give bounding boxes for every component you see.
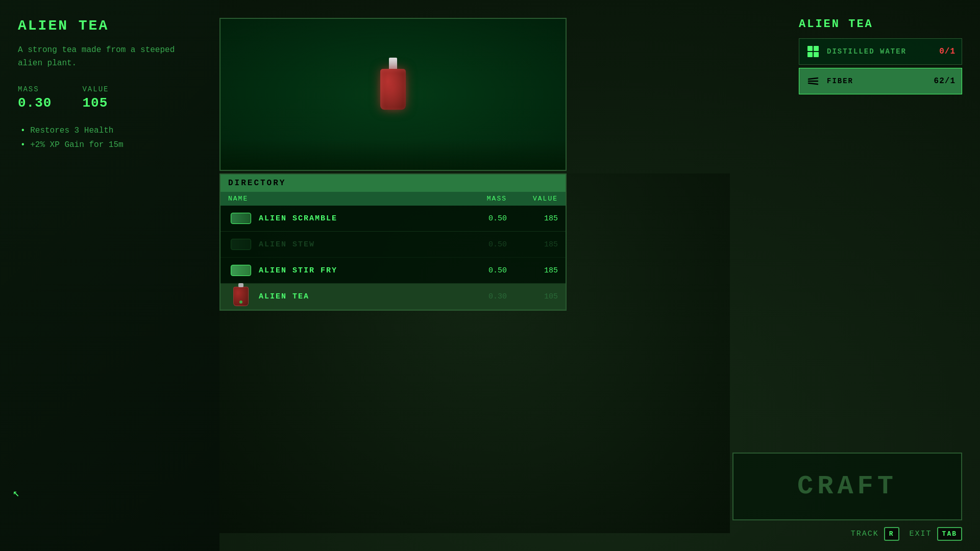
food-icon-tea: [233, 287, 249, 306]
mass-label: MASS: [18, 85, 52, 93]
fiber-name: FIBER: [827, 77, 934, 85]
craft-button-area: CRAFT: [732, 453, 962, 520]
bottle-body: [380, 69, 406, 110]
svg-line-2: [808, 83, 818, 84]
alien-stew-value: 185: [507, 240, 558, 249]
value-value: 105: [82, 95, 109, 111]
fiber-icon: [805, 73, 821, 89]
distilled-water-count: 0/1: [939, 47, 955, 56]
req-distilled-water: DISTILLED WATER 0/1: [799, 38, 962, 65]
food-icon-stirfry: [231, 265, 251, 276]
food-icon-stew: [231, 239, 251, 250]
alien-stirfry-name: ALIEN STIR FRY: [259, 266, 456, 275]
track-label: TRACK: [851, 530, 879, 538]
stats-row: MASS 0.30 VALUE 105: [18, 85, 222, 111]
fiber-svg-icon: [807, 76, 819, 87]
item-title: ALIEN TEA: [18, 18, 222, 34]
exit-key-badge[interactable]: TAB: [937, 527, 962, 541]
col-name-header: NAME: [228, 195, 456, 203]
exit-action: EXIT TAB: [910, 527, 962, 541]
alien-scramble-mass: 0.50: [456, 214, 507, 223]
alien-stirfry-mass: 0.50: [456, 266, 507, 275]
fiber-count: 62/1: [934, 77, 955, 86]
alien-stew-mass: 0.50: [456, 240, 507, 249]
directory-row-alien-scramble[interactable]: ALIEN SCRAMBLE 0.50 185: [220, 206, 566, 232]
mass-stat: MASS 0.30: [18, 85, 52, 111]
scene-ground: [220, 139, 566, 170]
requirements-title: ALIEN TEA: [799, 18, 962, 31]
alien-scramble-name: ALIEN SCRAMBLE: [259, 214, 456, 223]
value-stat: VALUE 105: [82, 85, 109, 111]
alien-tea-value: 105: [507, 292, 558, 301]
item-3d-model: [373, 58, 413, 119]
alien-scramble-icon: [228, 211, 254, 226]
right-panel: ALIEN TEA DISTILLED WATER 0/1 FIBER 62/1: [799, 18, 962, 97]
directory-header: DIRECTORY: [220, 174, 566, 192]
left-panel: ALIEN TEA A strong tea made from a steep…: [18, 18, 222, 533]
alien-stew-name: ALIEN STEW: [259, 240, 456, 249]
alien-stew-icon: [228, 237, 254, 252]
col-value-header: VALUE: [507, 195, 558, 203]
item-preview: [219, 18, 567, 171]
tea-dot: [239, 300, 242, 304]
exit-label: EXIT: [910, 530, 932, 538]
alien-stirfry-icon: [228, 263, 254, 278]
alien-stirfry-value: 185: [507, 266, 558, 275]
value-label: VALUE: [82, 85, 109, 93]
distilled-water-name: DISTILLED WATER: [827, 47, 939, 56]
directory-table-header: NAME MASS VALUE: [220, 192, 566, 206]
center-panel: DIRECTORY NAME MASS VALUE ALIEN SCRAMBLE…: [219, 18, 567, 311]
alien-tea-name: ALIEN TEA: [259, 292, 456, 301]
alien-tea-icon: [228, 289, 254, 304]
effects-list: Restores 3 Health +2% XP Gain for 15m: [18, 126, 222, 149]
distilled-water-icon: [805, 44, 821, 59]
craft-button[interactable]: CRAFT: [732, 453, 962, 520]
col-mass-header: MASS: [456, 195, 507, 203]
alien-tea-mass: 0.30: [456, 292, 507, 301]
bottom-bar: TRACK R EXIT TAB: [851, 527, 962, 541]
track-action: TRACK R: [851, 527, 899, 541]
effect-health: Restores 3 Health: [18, 126, 222, 135]
effect-xp: +2% XP Gain for 15m: [18, 140, 222, 149]
bottle-glow: [375, 64, 411, 115]
req-fiber: FIBER 62/1: [799, 68, 962, 94]
directory-section: DIRECTORY NAME MASS VALUE ALIEN SCRAMBLE…: [219, 173, 567, 311]
svg-line-0: [808, 78, 818, 79]
alien-scramble-value: 185: [507, 214, 558, 223]
mouse-cursor: ↖: [13, 486, 19, 500]
track-key-badge[interactable]: R: [884, 527, 899, 541]
mass-value: 0.30: [18, 95, 52, 111]
item-description: A strong tea made from a steeped alien p…: [18, 44, 202, 70]
grid-icon: [807, 46, 819, 57]
directory-row-alien-stew[interactable]: ALIEN STEW 0.50 185: [220, 232, 566, 258]
directory-row-alien-stir-fry[interactable]: ALIEN STIR FRY 0.50 185: [220, 258, 566, 284]
food-icon-scramble: [231, 213, 251, 224]
directory-row-alien-tea[interactable]: ALIEN TEA 0.30 105: [220, 284, 566, 310]
